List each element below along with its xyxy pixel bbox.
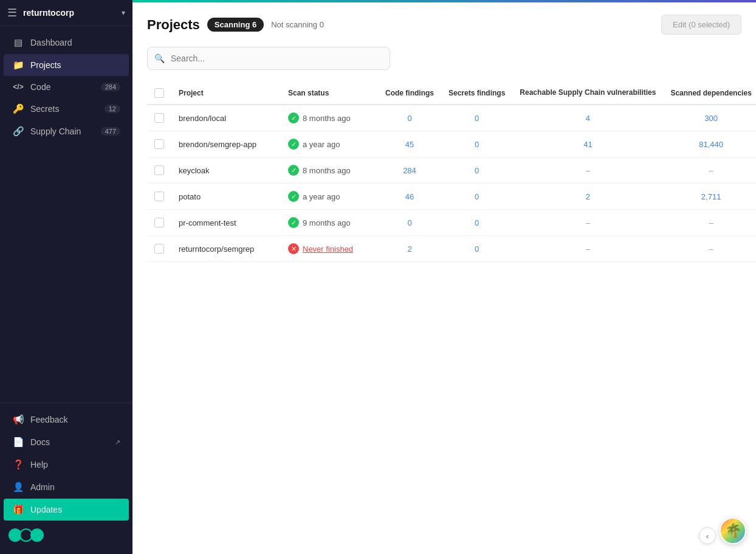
projects-table: Project Scan status Code findings Secret… [147, 82, 756, 262]
projects-icon: 📁 [12, 60, 24, 71]
sidebar-item-docs[interactable]: 📄 Docs ↗ [4, 431, 129, 453]
secrets-findings-link[interactable]: 0 [475, 192, 479, 201]
th-code-findings: Code findings [378, 82, 441, 105]
scanned-dep-link[interactable]: 300 [704, 114, 718, 123]
scan-status: ✓8 months ago [281, 158, 378, 184]
dashboard-icon: ▤ [12, 37, 24, 48]
project-name: brendon/local [171, 105, 281, 131]
project-name: keycloak [171, 158, 281, 184]
scan-status: ✓a year ago [281, 131, 378, 158]
reachable-supply-chain: 41 [512, 131, 663, 158]
sidebar-item-dashboard[interactable]: ▤ Dashboard [4, 32, 129, 54]
row-checkbox[interactable] [154, 165, 164, 175]
secrets-findings: 0 [441, 131, 512, 158]
scan-status: ✓a year ago [281, 184, 378, 210]
secrets-findings: 0 [441, 236, 512, 262]
code-findings-link[interactable]: 284 [403, 166, 416, 175]
scan-status: ✕Never finished [281, 236, 378, 262]
sidebar-item-label: Code [30, 82, 101, 92]
collapse-button[interactable]: ‹ [699, 527, 716, 544]
sidebar-item-feedback[interactable]: 📢 Feedback [4, 409, 129, 431]
main-content: Projects Scanning 6 Not scanning 0 Edit … [132, 2, 756, 554]
secrets-findings: 0 [441, 158, 512, 184]
logo-circle-3 [30, 528, 44, 542]
code-findings-link[interactable]: 2 [407, 244, 411, 254]
th-secrets-findings: Secrets findings [441, 82, 512, 105]
page-header-left: Projects Scanning 6 Not scanning 0 [147, 17, 324, 33]
not-scanning-text: Not scanning 0 [271, 20, 324, 29]
code-findings-link[interactable]: 0 [407, 114, 411, 123]
scanned-dependencies: 81,440 [663, 131, 756, 158]
reachable-supply-chain: – [512, 236, 663, 262]
sidebar-item-label: Updates [30, 505, 120, 514]
project-name: potato [171, 184, 281, 210]
hamburger-icon: ☰ [7, 6, 17, 19]
sidebar-item-label: Projects [30, 60, 120, 70]
sidebar-item-admin[interactable]: 👤 Admin [4, 476, 129, 498]
secrets-findings-link[interactable]: 0 [475, 244, 479, 254]
reachable-link[interactable]: 2 [586, 192, 590, 201]
help-icon: ❓ [12, 459, 24, 470]
status-ok-icon: ✓ [288, 165, 299, 176]
code-findings: 45 [378, 131, 441, 158]
edit-button[interactable]: Edit (0 selected) [661, 15, 741, 35]
org-selector[interactable]: ☰ returntocorp ▾ [0, 0, 132, 26]
th-checkbox [147, 82, 171, 105]
th-project: Project [171, 82, 281, 105]
scanned-dep-link[interactable]: 81,440 [699, 140, 723, 149]
scan-time: 8 months ago [303, 166, 351, 175]
search-icon: 🔍 [154, 54, 165, 63]
sidebar-item-updates[interactable]: 🎁 Updates [4, 499, 129, 521]
docs-icon: 📄 [12, 437, 24, 448]
chevron-down-icon: ▾ [122, 9, 125, 17]
org-name: returntocorp [23, 8, 122, 18]
secrets-findings: 0 [441, 210, 512, 236]
search-input[interactable] [147, 47, 390, 70]
secrets-findings-link[interactable]: 0 [475, 218, 479, 227]
status-error-icon: ✕ [288, 243, 299, 254]
sidebar-bottom: 📢 Feedback 📄 Docs ↗ ❓ Help 👤 Admin 🎁 Upd… [0, 403, 132, 554]
never-finished-link[interactable]: Never finished [303, 244, 353, 254]
row-checkbox[interactable] [154, 113, 164, 123]
table-body: brendon/local✓8 months ago004300⚙brendon… [147, 105, 756, 262]
sidebar-item-label: Secrets [30, 104, 105, 114]
table-row: returntocorp/semgrep✕Never finished20––⚙ [147, 236, 756, 262]
code-findings-link[interactable]: 46 [405, 192, 414, 201]
scanned-dependencies: 2,711 [663, 184, 756, 210]
project-name: brendon/semgrep-app [171, 131, 281, 158]
user-avatar[interactable]: 🌴 [720, 518, 746, 544]
reachable-supply-chain: – [512, 210, 663, 236]
code-findings-link[interactable]: 0 [407, 218, 411, 227]
secrets-findings-link[interactable]: 0 [475, 140, 479, 149]
code-findings-link[interactable]: 45 [405, 140, 414, 149]
row-checkbox[interactable] [154, 244, 164, 254]
th-scanned-dependencies: Scanned dependencies [663, 82, 756, 105]
sidebar-item-secrets[interactable]: 🔑 Secrets 12 [4, 98, 129, 120]
scanned-dep-link[interactable]: 2,711 [701, 192, 721, 201]
select-all-checkbox[interactable] [154, 88, 164, 98]
supply-chain-badge: 477 [101, 127, 120, 136]
secrets-badge: 12 [105, 105, 120, 113]
row-checkbox[interactable] [154, 139, 164, 149]
secrets-findings-link[interactable]: 0 [475, 166, 479, 175]
row-checkbox[interactable] [154, 218, 164, 227]
sidebar-item-code[interactable]: </> Code 284 [4, 77, 129, 97]
scan-status: ✓9 months ago [281, 210, 378, 236]
row-checkbox[interactable] [154, 192, 164, 201]
sidebar-item-help[interactable]: ❓ Help [4, 454, 129, 476]
scanning-label: Scanning [215, 20, 250, 29]
code-findings: 284 [378, 158, 441, 184]
table-row: keycloak✓8 months ago2840––⚙ [147, 158, 756, 184]
code-findings: 0 [378, 210, 441, 236]
sidebar-item-projects[interactable]: 📁 Projects [4, 54, 129, 76]
sidebar-item-supply-chain[interactable]: 🔗 Supply Chain 477 [4, 120, 129, 142]
table-row: pr-comment-test✓9 months ago00––⚙ [147, 210, 756, 236]
page-header: Projects Scanning 6 Not scanning 0 Edit … [147, 15, 741, 35]
supply-chain-icon: 🔗 [12, 126, 24, 137]
status-ok-icon: ✓ [288, 139, 299, 150]
secrets-findings-link[interactable]: 0 [475, 114, 479, 123]
reachable-link[interactable]: 41 [583, 140, 592, 149]
scan-time: a year ago [303, 192, 340, 201]
reachable-link[interactable]: 4 [586, 114, 590, 123]
admin-icon: 👤 [12, 482, 24, 493]
